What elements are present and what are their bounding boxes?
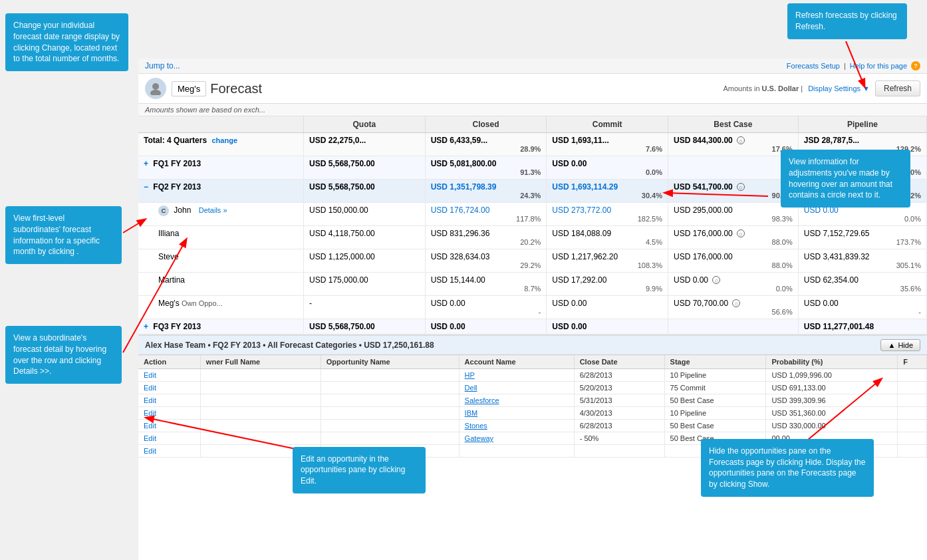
edit-link-1[interactable]: Edit <box>144 384 156 392</box>
opp-stage-4: 50 Best Case <box>664 420 766 432</box>
hide-button[interactable]: ▲ Hide <box>880 339 920 351</box>
edit-link-5[interactable]: Edit <box>144 434 156 442</box>
opp-account-3: IBM <box>459 407 574 420</box>
fq2-label: − FQ2 FY 2013 <box>138 180 304 203</box>
fq2-expand[interactable]: − <box>144 182 148 192</box>
account-link-5[interactable]: Gateway <box>465 434 493 442</box>
martina-commit: USD 17,292.00 9.9% <box>547 273 668 296</box>
martina-quota: USD 175,000.00 <box>304 273 426 296</box>
edit-link-4[interactable]: Edit <box>144 422 156 430</box>
john-details-link[interactable]: Details » <box>199 206 227 214</box>
opp-col-oppname: Opportunity Name <box>321 355 459 369</box>
fq3-quota: USD 5,568,750.00 <box>304 319 426 335</box>
megs-pipeline: USD 0.00 - <box>798 296 926 319</box>
top-bar-right: Forecasts Setup | Help for this page ? <box>787 61 920 70</box>
martina-label: Martina <box>138 273 304 296</box>
avatar <box>145 78 166 99</box>
sub-row-martina: Martina USD 175,000.00 USD 15,144.00 8.7… <box>138 273 927 296</box>
forecasts-setup-link[interactable]: Forecasts Setup <box>787 62 840 70</box>
jump-to-link[interactable]: Jump to... <box>145 61 180 70</box>
opp-probability-2: USD 399,309.96 <box>766 394 898 407</box>
bestcase-circle[interactable]: ○ <box>737 136 745 144</box>
edit-link-0[interactable]: Edit <box>144 371 156 379</box>
john-quota: USD 150,000.00 <box>304 203 426 226</box>
help-link[interactable]: Help for this page <box>850 62 907 70</box>
opp-probability-1: USD 691,133.00 <box>766 382 898 394</box>
header-row: Meg's Forecast Amounts in U.S. Dollar | … <box>138 74 927 104</box>
martina-pipeline: USD 62,354.00 35.6% <box>798 273 926 296</box>
illiana-closed: USD 831,296.36 20.2% <box>425 226 547 249</box>
display-settings-link[interactable]: Display Settings ▼ <box>808 84 870 92</box>
fq2-bestcase-circle[interactable]: ○ <box>737 183 745 191</box>
steve-commit: USD 1,217,962.20 108.3% <box>547 249 668 273</box>
john-avatar: C <box>158 206 169 216</box>
fq2-bestcase: USD 541,700.00 ○ 90.3% <box>668 180 799 203</box>
forecast-title-area: Meg's Forecast <box>172 81 262 96</box>
opp-oppname-4 <box>321 420 459 432</box>
fq3-expand[interactable]: + <box>144 322 148 331</box>
total-label: Total: 4 Quarters <box>144 136 207 145</box>
col-header-label <box>138 116 304 133</box>
sub-row-steve: Steve USD 1,125,000.00 USD 328,634.03 29… <box>138 249 927 273</box>
opp-oppname-2 <box>321 394 459 407</box>
tooltip-mid-right: View information for adjustments you've … <box>781 150 910 208</box>
opp-stage-2: 50 Best Case <box>664 394 766 407</box>
opps-table-row: Edit IBM 4/30/2013 10 Pipeline USD 351,3… <box>138 407 927 420</box>
opp-owner-5 <box>200 432 321 445</box>
account-link-0[interactable]: HP <box>465 371 475 379</box>
steve-quota: USD 1,125,000.00 <box>304 249 426 273</box>
opp-col-owner: wner Full Name <box>200 355 321 369</box>
illiana-bestcase: USD 176,000.00 ○ 88.0% <box>668 226 799 249</box>
col-header-bestcase: Best Case <box>668 116 799 133</box>
opp-closedate-0: 6/28/2013 <box>574 369 664 382</box>
col-header-pipeline: Pipeline <box>798 116 926 133</box>
opp-closedate-3: 4/30/2013 <box>574 407 664 420</box>
account-link-2[interactable]: Salesforce <box>465 396 499 404</box>
opp-account-0: HP <box>459 369 574 382</box>
tooltip-bottom-left: View a subordinate's forecast detail by … <box>5 326 122 384</box>
opp-f-1 <box>898 382 927 394</box>
megs-quota: - <box>304 296 426 319</box>
martina-bestcase-circle[interactable]: ○ <box>712 276 720 284</box>
fq1-expand[interactable]: + <box>144 159 148 168</box>
opp-oppname-1 <box>321 382 459 394</box>
total-commit: USD 1,693,11... 7.6% <box>547 133 668 156</box>
account-link-1[interactable]: Dell <box>465 384 477 392</box>
steve-label: Steve <box>138 249 304 273</box>
megs-bestcase-circle[interactable]: ○ <box>732 299 740 307</box>
opp-f-3 <box>898 407 927 420</box>
opp-account-6 <box>459 445 574 458</box>
amounts-text: Amounts in U.S. Dollar | <box>724 84 803 92</box>
opp-closedate-2: 5/31/2013 <box>574 394 664 407</box>
opp-probability-4: USD 330,000.00 <box>766 420 898 432</box>
fq3-row: + FQ3 FY 2013 USD 5,568,750.00 USD 0.00 … <box>138 319 927 335</box>
steve-bestcase: USD 176,000.00 88.0% <box>668 249 799 273</box>
account-link-4[interactable]: Stones <box>465 422 487 430</box>
col-header-quota: Quota <box>304 116 426 133</box>
notice-bar: Amounts shown are based on exch... <box>138 104 927 116</box>
illiana-commit: USD 184,088.09 4.5% <box>547 226 668 249</box>
forecast-label: Forecast <box>210 81 262 96</box>
john-label: C John Details » <box>138 203 304 226</box>
total-closed: USD 6,433,59... 28.9% <box>425 133 547 156</box>
opps-table-row: Edit Dell 5/20/2013 75 Commit USD 691,13… <box>138 382 927 394</box>
opp-closedate-6 <box>574 445 664 458</box>
opps-table-row: Edit HP 6/28/2013 10 Pipeline USD 1,099,… <box>138 369 927 382</box>
steve-pipeline: USD 3,431,839.32 305.1% <box>798 249 926 273</box>
illiana-bestcase-circle[interactable]: ○ <box>737 229 745 237</box>
opp-stage-3: 10 Pipeline <box>664 407 766 420</box>
refresh-button[interactable]: Refresh <box>875 80 920 96</box>
account-link-3[interactable]: IBM <box>465 409 478 417</box>
edit-link-6[interactable]: Edit <box>144 447 156 455</box>
tooltip-bottom-right: Hide the opportunities pane on the Forec… <box>701 439 874 497</box>
edit-link-3[interactable]: Edit <box>144 409 156 417</box>
change-link[interactable]: change <box>211 136 237 144</box>
opp-closedate-1: 5/20/2013 <box>574 382 664 394</box>
opp-oppname-5 <box>321 432 459 445</box>
john-bestcase: USD 295,000.00 98.3% <box>668 203 799 226</box>
help-icon: ? <box>911 61 920 70</box>
tooltip-top-left: Change your individual forecast date ran… <box>5 13 128 71</box>
sep2: | <box>801 84 803 92</box>
opp-account-4: Stones <box>459 420 574 432</box>
edit-link-2[interactable]: Edit <box>144 396 156 404</box>
